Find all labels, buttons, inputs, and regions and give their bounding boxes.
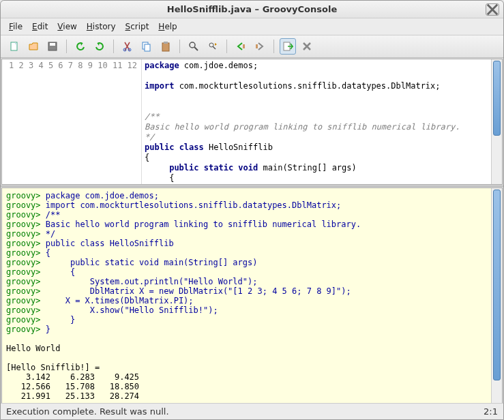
output-scrollbar[interactable] (491, 188, 502, 403)
copy-button[interactable] (138, 38, 155, 55)
paste-icon (160, 41, 171, 52)
content-area: 1 2 3 4 5 6 7 8 9 10 11 12 package com.j… (1, 58, 503, 403)
toolbar-separator (66, 40, 67, 53)
history-prev-icon (235, 41, 246, 52)
interrupt-icon (301, 41, 312, 52)
paste-button[interactable] (158, 38, 174, 55)
menu-view[interactable]: View (53, 20, 80, 33)
scroll-thumb[interactable] (493, 190, 501, 380)
save-button[interactable] (44, 38, 61, 55)
close-icon (486, 3, 499, 16)
cut-icon (122, 41, 133, 52)
toolbar-separator (273, 40, 274, 53)
menu-edit[interactable]: Edit (28, 20, 52, 33)
copy-icon (141, 41, 152, 52)
menu-history[interactable]: History (83, 20, 120, 33)
svg-rect-7 (162, 43, 169, 51)
redo-button[interactable] (91, 38, 108, 55)
interrupt-button[interactable] (299, 38, 315, 55)
history-next-button[interactable] (252, 38, 268, 55)
new-file-button[interactable] (6, 38, 23, 55)
output-text[interactable]: groovy> package com.jdoe.demos; groovy> … (2, 188, 491, 403)
menu-file[interactable]: File (5, 20, 27, 33)
pane-splitter[interactable] (1, 185, 503, 187)
svg-rect-11 (243, 44, 245, 48)
toolbar-separator (113, 40, 114, 53)
toolbar-separator (226, 40, 227, 53)
undo-icon (75, 41, 86, 52)
open-file-icon (28, 41, 39, 52)
titlebar[interactable]: HelloSnifflib.java – GroovyConsole (1, 1, 503, 18)
redo-icon (94, 41, 105, 52)
cut-button[interactable] (119, 38, 136, 55)
toolbar (1, 35, 503, 58)
line-number-gutter: 1 2 3 4 5 6 7 8 9 10 11 12 (2, 59, 142, 184)
editor-pane: 1 2 3 4 5 6 7 8 9 10 11 12 package com.j… (1, 59, 503, 185)
undo-button[interactable] (72, 38, 89, 55)
run-script-button[interactable] (280, 38, 296, 55)
statusbar: Execution complete. Result was null. 2:1 (1, 403, 503, 419)
editor-scrollbar[interactable] (491, 59, 502, 184)
svg-rect-2 (50, 43, 55, 46)
output-pane: groovy> package com.jdoe.demos; groovy> … (1, 188, 503, 403)
find-icon (188, 41, 199, 52)
menubar: File Edit View History Script Help (1, 18, 503, 35)
svg-rect-6 (145, 44, 150, 51)
menu-script[interactable]: Script (121, 20, 153, 33)
cursor-position: 2:1 (484, 406, 498, 417)
window-title: HelloSnifflib.java – GroovyConsole (167, 4, 337, 14)
replace-button[interactable] (205, 38, 221, 55)
svg-point-9 (190, 42, 195, 48)
open-file-button[interactable] (25, 38, 42, 55)
history-prev-button[interactable] (233, 38, 249, 55)
history-next-icon (254, 41, 265, 52)
scroll-thumb[interactable] (493, 61, 501, 136)
svg-rect-12 (256, 44, 258, 48)
window-frame: HelloSnifflib.java – GroovyConsole File … (0, 0, 504, 420)
find-button[interactable] (186, 38, 202, 55)
replace-icon (207, 41, 218, 52)
status-message: Execution complete. Result was null. (6, 406, 169, 417)
toolbar-separator (179, 40, 180, 53)
save-icon (47, 41, 58, 52)
new-file-icon (9, 41, 20, 52)
svg-rect-8 (164, 42, 168, 44)
menu-help[interactable]: Help (154, 20, 181, 33)
close-button[interactable] (486, 3, 499, 16)
code-editor[interactable]: package com.jdoe.demos; import com.mockt… (142, 59, 491, 184)
run-script-icon (282, 41, 293, 52)
